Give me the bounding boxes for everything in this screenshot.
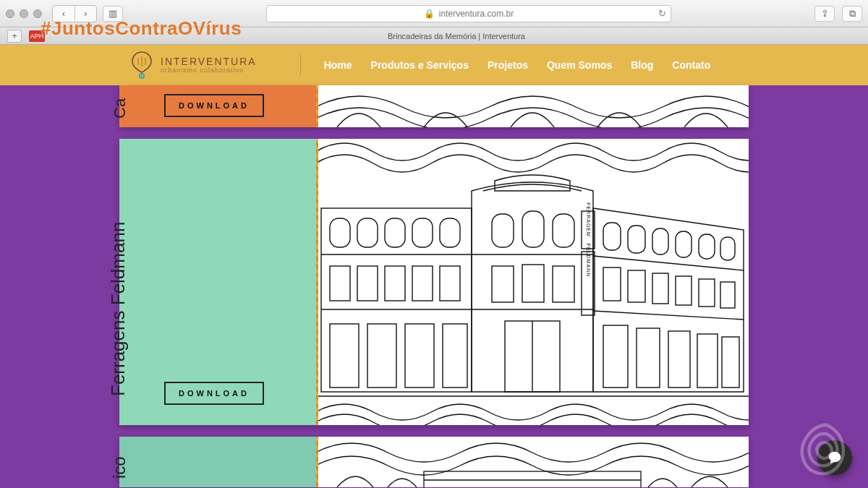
svg-rect-45 <box>522 265 544 302</box>
svg-rect-15 <box>440 266 460 301</box>
card-1-download-button[interactable]: DOWNLOAD <box>164 94 264 117</box>
site-logo[interactable]: INTERVENTURA urbanismo colaborativo <box>130 51 257 80</box>
forward-button[interactable]: › <box>75 6 96 22</box>
chat-widget-button[interactable] <box>817 440 852 475</box>
svg-rect-46 <box>553 266 574 302</box>
svg-rect-34 <box>603 325 628 388</box>
svg-rect-27 <box>720 237 735 260</box>
svg-rect-14 <box>412 266 433 301</box>
coloring-card-2: Ferragens Feldmann DOWNLOAD <box>119 139 749 425</box>
svg-rect-19 <box>443 324 467 388</box>
svg-rect-6 <box>330 218 350 247</box>
svg-rect-30 <box>652 273 668 304</box>
zoom-window-icon[interactable] <box>33 9 42 18</box>
card-2-panel: Ferragens Feldmann DOWNLOAD <box>119 139 316 425</box>
card-1-panel: Ca DOWNLOAD <box>119 85 316 127</box>
card-3-panel: ico <box>119 437 316 487</box>
svg-rect-22 <box>603 223 621 250</box>
svg-rect-24 <box>652 228 668 254</box>
svg-rect-25 <box>676 231 692 257</box>
card-1-sep <box>316 85 318 127</box>
svg-rect-11 <box>330 266 350 301</box>
back-button[interactable]: ‹ <box>53 6 75 22</box>
svg-rect-32 <box>699 279 715 307</box>
svg-line-21 <box>593 311 744 320</box>
share-button[interactable]: ⇪ <box>814 6 835 22</box>
brand-name: INTERVENTURA <box>161 56 257 67</box>
svg-rect-29 <box>628 270 645 302</box>
svg-rect-18 <box>405 324 434 388</box>
svg-rect-42 <box>522 211 544 247</box>
svg-rect-12 <box>357 266 378 301</box>
address-bar[interactable]: 🔒 interventura.com.br ↻ <box>266 5 671 22</box>
page-body: Ca DOWNLOAD Ferrag <box>0 85 868 488</box>
address-bar-wrap: 🔒 interventura.com.br ↻ <box>129 5 809 22</box>
toolbar-right: ⇪ ⧉ <box>814 6 862 22</box>
card-3-title: ico <box>109 456 129 479</box>
sidebar-button[interactable]: ▥ <box>103 6 123 22</box>
reload-button[interactable]: ↻ <box>658 8 666 19</box>
svg-rect-8 <box>385 218 405 247</box>
svg-line-20 <box>593 256 744 270</box>
svg-rect-37 <box>697 334 718 388</box>
window-controls <box>6 9 42 18</box>
nav-blog[interactable]: Blog <box>631 59 653 71</box>
card-1-art <box>316 85 749 127</box>
svg-rect-7 <box>357 218 378 247</box>
browser-toolbar: ‹ › ▥ 🔒 interventura.com.br ↻ ⇪ ⧉ <box>0 0 868 27</box>
svg-rect-44 <box>492 266 514 302</box>
header-divider <box>300 55 301 75</box>
svg-rect-17 <box>367 324 396 388</box>
nav-home[interactable]: Home <box>324 59 352 71</box>
url-host: interventura.com.br <box>439 9 514 19</box>
svg-rect-28 <box>603 267 621 301</box>
svg-rect-36 <box>668 331 690 388</box>
svg-rect-16 <box>330 324 359 388</box>
nav-back-forward: ‹ › <box>52 5 97 22</box>
svg-rect-23 <box>628 226 645 253</box>
svg-rect-10 <box>440 218 460 247</box>
svg-rect-43 <box>553 214 574 247</box>
svg-rect-51 <box>424 471 641 487</box>
cards-container: Ca DOWNLOAD Ferrag <box>119 85 749 487</box>
card-1-title: Ca <box>111 98 129 119</box>
sign-feldmann: FELDMANN <box>586 244 591 278</box>
svg-rect-9 <box>412 218 433 247</box>
svg-rect-26 <box>699 234 715 259</box>
svg-rect-33 <box>720 282 735 308</box>
svg-rect-41 <box>492 214 514 247</box>
card-3-sep <box>316 437 318 487</box>
page-viewport: INTERVENTURA urbanismo colaborativo Home… <box>0 45 868 488</box>
favorite-badge[interactable]: APH <box>29 30 45 42</box>
site-header: INTERVENTURA urbanismo colaborativo Home… <box>0 45 868 85</box>
new-tab-button[interactable]: + <box>7 30 22 43</box>
nav-quem-somos[interactable]: Quem Somos <box>547 59 612 71</box>
card-2-art: FERRAGEM FELDMANN <box>316 139 749 425</box>
brand-tagline: urbanismo colaborativo <box>161 67 257 74</box>
nav-contato[interactable]: Contato <box>672 59 710 71</box>
card-3-art <box>316 437 749 487</box>
svg-point-1 <box>141 75 142 77</box>
svg-rect-38 <box>722 337 739 388</box>
sign-ferragem: FERRAGEM <box>586 202 591 237</box>
coloring-card-1: Ca DOWNLOAD <box>119 85 749 127</box>
card-2-sep <box>316 139 318 425</box>
tab-strip: + APH Brincadeiras da Memória | Interven… <box>0 27 868 45</box>
card-2-download-button[interactable]: DOWNLOAD <box>164 382 264 405</box>
logo-balloon-icon <box>130 51 153 80</box>
minimize-window-icon[interactable] <box>20 9 28 18</box>
close-window-icon[interactable] <box>6 9 14 18</box>
card-2-title: Ferragens Feldmann <box>107 222 129 396</box>
svg-rect-35 <box>637 328 660 388</box>
nav-projetos[interactable]: Projetos <box>488 59 528 71</box>
chat-icon <box>827 450 843 466</box>
tab-title[interactable]: Brincadeiras da Memória | Interventura <box>52 32 861 40</box>
lock-icon: 🔒 <box>424 9 435 19</box>
svg-rect-13 <box>385 266 405 301</box>
logo-text: INTERVENTURA urbanismo colaborativo <box>161 56 257 74</box>
svg-rect-31 <box>676 276 692 305</box>
nav-produtos[interactable]: Produtos e Serviços <box>371 59 469 71</box>
coloring-card-3: ico <box>119 437 749 487</box>
tabs-button[interactable]: ⧉ <box>842 6 862 22</box>
